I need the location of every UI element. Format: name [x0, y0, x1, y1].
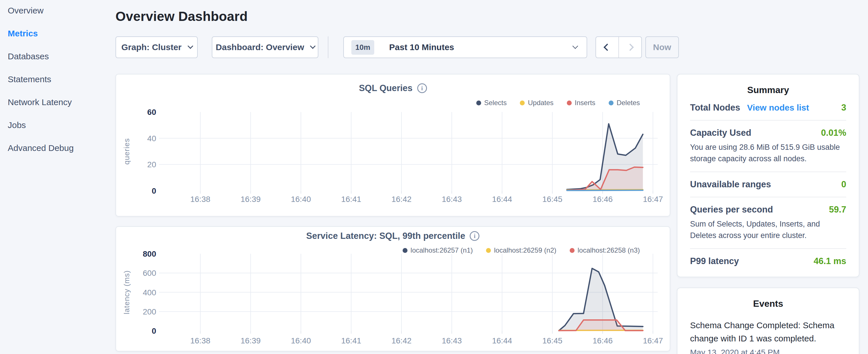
svg-text:40: 40 [147, 134, 156, 143]
legend-item[interactable]: Selects [476, 99, 507, 107]
service-latency-chart[interactable]: 16:3816:3916:4016:4116:4216:4316:4416:45… [116, 227, 671, 352]
event-text: Schema Change Completed: Schema change w… [690, 319, 846, 345]
sidebar-item-network-latency[interactable]: Network Latency [8, 91, 74, 114]
chart-legend: SelectsUpdatesInsertsDeletes [476, 99, 640, 107]
service-latency-chart-card: Service Latency: SQL, 99th percentile lo… [116, 226, 670, 351]
svg-text:16:47: 16:47 [643, 336, 663, 345]
legend-dot-icon [476, 100, 481, 105]
summary-row-label: Unavailable ranges [690, 179, 771, 190]
legend-dot-icon [486, 248, 491, 253]
legend-label: localhost:26259 (n2) [494, 246, 556, 254]
summary-row-value: 3 [841, 102, 846, 113]
svg-text:16:45: 16:45 [542, 195, 562, 204]
summary-row-label: Capacity Used [690, 128, 751, 138]
sidebar-item-label: Network Latency [8, 97, 72, 107]
svg-text:16:39: 16:39 [241, 195, 260, 204]
sidebar-item-overview[interactable]: Overview [8, 0, 74, 22]
svg-text:600: 600 [143, 269, 156, 278]
event-list-item[interactable]: Schema Change Completed: Schema change w… [690, 319, 846, 354]
svg-text:16:45: 16:45 [542, 336, 562, 345]
time-window-label: Past 10 Minutes [389, 42, 454, 52]
chevron-down-icon [187, 43, 193, 49]
sql-queries-chart[interactable]: 16:3816:3916:4016:4116:4216:4316:4416:45… [116, 74, 671, 217]
summary-panel: Summary Total Nodes View nodes list 3 Ca… [677, 74, 859, 277]
svg-text:16:43: 16:43 [442, 336, 462, 345]
time-window-dropdown[interactable]: 10m Past 10 Minutes [343, 36, 587, 58]
legend-label: Updates [528, 99, 553, 107]
sidebar-item-advanced-debug[interactable]: Advanced Debug [8, 137, 74, 160]
summary-row-label: Queries per second [690, 204, 773, 215]
legend-item[interactable]: Deletes [609, 99, 640, 107]
graph-scope-dropdown[interactable]: Graph: Cluster [116, 36, 198, 58]
legend-item[interactable]: localhost:26258 (n3) [570, 246, 640, 254]
summary-row-queries-per-second: Queries per second 59.7 Sum of Selects, … [690, 197, 846, 248]
graph-scope-label: Graph: Cluster [121, 42, 181, 52]
summary-row-total-nodes: Total Nodes View nodes list 3 [690, 95, 846, 120]
page-title: Overview Dashboard [116, 9, 248, 24]
svg-text:16:41: 16:41 [341, 195, 361, 204]
chart-title: Service Latency: SQL, 99th percentile [306, 231, 465, 241]
chart-title-row: Service Latency: SQL, 99th percentile [116, 231, 670, 241]
svg-text:16:38: 16:38 [190, 195, 210, 204]
summary-row-description: You are using 28.6 MiB of 515.9 GiB usab… [690, 141, 846, 164]
dashboard-dropdown[interactable]: Dashboard: Overview [212, 36, 318, 58]
svg-text:800: 800 [143, 250, 156, 258]
view-nodes-list-link[interactable]: View nodes list [747, 103, 809, 112]
svg-text:20: 20 [147, 160, 156, 169]
now-button[interactable]: Now [645, 36, 679, 58]
sidebar-item-statements[interactable]: Statements [8, 68, 74, 91]
chevron-down-icon [572, 43, 578, 49]
svg-text:16:39: 16:39 [241, 336, 260, 345]
sidebar-item-label: Advanced Debug [8, 143, 74, 153]
legend-item[interactable]: Updates [520, 99, 553, 107]
sidebar-item-label: Jobs [8, 120, 26, 130]
summary-row-value: 59.7 [829, 204, 846, 215]
summary-title: Summary [690, 85, 846, 95]
previous-time-window-button[interactable] [596, 37, 618, 58]
svg-text:16:40: 16:40 [291, 336, 311, 345]
summary-row-unavailable-ranges: Unavailable ranges 0 [690, 171, 846, 197]
svg-text:16:46: 16:46 [593, 195, 613, 204]
sidebar-item-jobs[interactable]: Jobs [8, 114, 74, 137]
controls-divider [328, 36, 329, 58]
summary-row-capacity-used: Capacity Used 0.01% You are using 28.6 M… [690, 120, 846, 171]
svg-text:16:44: 16:44 [492, 336, 512, 345]
next-time-window-button[interactable] [619, 37, 641, 58]
legend-item[interactable]: Inserts [567, 99, 595, 107]
svg-text:16:40: 16:40 [291, 195, 311, 204]
info-icon[interactable] [470, 231, 479, 241]
svg-text:200: 200 [143, 307, 156, 316]
svg-text:16:38: 16:38 [190, 336, 210, 345]
events-title: Events [690, 298, 846, 309]
legend-item[interactable]: localhost:26257 (n1) [403, 246, 473, 254]
summary-row-value: 46.1 ms [813, 256, 846, 266]
chevron-down-icon [310, 43, 316, 49]
svg-text:16:42: 16:42 [392, 336, 411, 345]
info-icon[interactable] [417, 83, 427, 93]
legend-dot-icon [403, 248, 407, 253]
summary-row-value: 0 [841, 179, 846, 190]
time-window-arrows [595, 36, 642, 58]
svg-text:16:46: 16:46 [593, 336, 613, 345]
chevron-left-icon [603, 43, 611, 51]
legend-label: localhost:26258 (n3) [578, 246, 640, 254]
svg-text:queries: queries [122, 138, 131, 164]
sidebar-item-label: Overview [8, 6, 43, 15]
svg-text:400: 400 [143, 288, 156, 297]
svg-text:16:41: 16:41 [341, 336, 361, 345]
chart-legend: localhost:26257 (n1)localhost:26259 (n2)… [403, 246, 640, 254]
legend-dot-icon [567, 100, 572, 105]
legend-dot-icon [570, 248, 575, 253]
summary-row-label: P99 latency [690, 256, 739, 266]
legend-dot-icon [609, 100, 614, 105]
legend-label: localhost:26257 (n1) [411, 246, 473, 254]
legend-item[interactable]: localhost:26259 (n2) [486, 246, 556, 254]
svg-text:0: 0 [152, 187, 156, 195]
time-window-badge: 10m [351, 40, 374, 55]
svg-text:16:44: 16:44 [492, 195, 512, 204]
sql-queries-chart-card: SQL Queries SelectsUpdatesInsertsDeletes… [116, 74, 670, 217]
sidebar-nav: Overview Metrics Databases Statements Ne… [8, 0, 74, 160]
summary-row-value: 0.01% [821, 128, 846, 138]
svg-text:60: 60 [147, 108, 156, 117]
summary-row-label: Total Nodes [690, 102, 740, 113]
